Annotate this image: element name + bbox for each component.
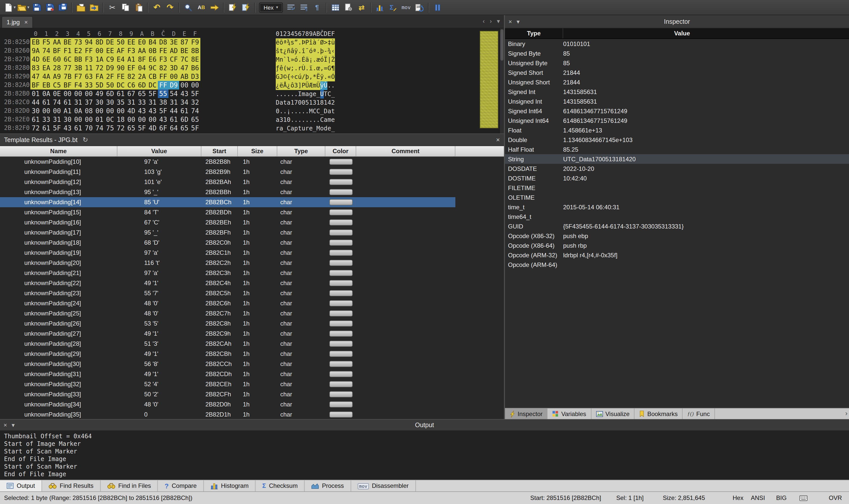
hex-ascii-char[interactable]: G — [276, 73, 279, 82]
hex-ascii-char[interactable]: U — [320, 90, 324, 98]
hex-byte[interactable]: AA — [52, 38, 62, 47]
bottom-tab-disassembler[interactable]: movDisassembler — [351, 480, 416, 491]
template-row[interactable]: unknownPadding[17]95 '_'2B82BFh1hchar — [0, 228, 455, 238]
hex-ascii-char[interactable]: ë — [276, 38, 279, 47]
convert-base-button[interactable]: 10 — [413, 1, 425, 13]
hex-byte[interactable]: 8F — [137, 55, 147, 64]
color-swatch[interactable] — [329, 412, 352, 417]
hex-ascii-char[interactable]: ‚ — [320, 64, 324, 73]
hex-byte[interactable]: 30 — [30, 107, 41, 115]
hex-byte[interactable]: 0A — [73, 107, 84, 115]
template-row[interactable]: unknownPadding[11]103 'g'2B82B9h1hchar — [0, 167, 455, 177]
hex-byte[interactable]: 49 — [94, 89, 105, 98]
hex-byte[interactable]: 46 — [179, 132, 190, 133]
hex-ascii-char[interactable]: . — [298, 133, 302, 133]
hex-ascii-char[interactable]: ñ — [287, 47, 291, 56]
color-swatch[interactable] — [329, 391, 352, 397]
inspector-col-value[interactable]: Value — [563, 28, 801, 38]
hex-ascii-char[interactable]: t — [298, 124, 302, 133]
hex-ascii-char[interactable]: C — [316, 107, 320, 116]
hex-byte[interactable]: 0C — [105, 115, 115, 124]
hex-ascii-char[interactable]: M — [309, 107, 313, 116]
hex-ascii-char[interactable]: . — [309, 133, 313, 133]
hex-byte[interactable]: EB — [30, 38, 41, 47]
undo-button[interactable]: ↶ — [151, 1, 163, 13]
hex-ascii-char[interactable]: o — [320, 124, 324, 133]
hex-byte[interactable]: 72 — [94, 64, 105, 72]
new-file-button[interactable]: ▾ — [3, 1, 16, 13]
template-row[interactable]: unknownPadding[28]51 '3'2B82CAh1hchar — [0, 339, 455, 349]
hex-byte[interactable]: 00 — [84, 115, 94, 124]
hex-ascii-char[interactable]: C — [327, 90, 331, 98]
hex-byte[interactable]: E4 — [115, 55, 126, 64]
hex-byte[interactable]: 77 — [62, 64, 73, 72]
histogram-tool-button[interactable] — [374, 1, 386, 13]
hex-ascii-char[interactable]: a — [291, 124, 294, 133]
hex-byte[interactable]: 90 — [115, 64, 126, 72]
hex-ascii-char[interactable]: _ — [331, 90, 335, 98]
hex-ascii-char[interactable]: _ — [320, 107, 324, 116]
hex-ascii-char[interactable]: 0 — [301, 98, 305, 107]
template-row[interactable]: unknownPadding[26]53 '5'2B82C8h1hchar — [0, 319, 455, 329]
inspector-row[interactable]: Signed Short21844 — [505, 68, 849, 77]
hex-ascii-char[interactable]: ¡ — [309, 56, 313, 64]
template-row[interactable]: unknownPadding[21]97 'a'2B82C3h1hchar — [0, 268, 455, 278]
inspector-tab-inspector[interactable]: Inspector — [505, 409, 548, 419]
hex-ascii-char[interactable]: 0 — [298, 98, 302, 107]
template-row[interactable]: unknownPadding[33]50 '2'2B82CFh1hchar — [0, 389, 455, 399]
hex-ascii-char[interactable]: œ — [316, 64, 320, 73]
hex-ascii-char[interactable]: ¡ — [287, 107, 291, 116]
hex-ascii-char[interactable]: M — [276, 56, 279, 64]
hex-ascii-char[interactable]: . — [313, 64, 316, 73]
hex-byte[interactable]: AD — [169, 47, 179, 55]
word-wrap-button[interactable] — [284, 1, 297, 13]
hex-ascii-char[interactable]: Ü — [305, 82, 309, 90]
hex-byte[interactable]: 6F — [158, 124, 169, 132]
hex-ascii-char[interactable]: 1 — [316, 98, 320, 107]
hex-ascii-char[interactable]: ¾ — [287, 38, 291, 47]
color-swatch[interactable] — [329, 250, 352, 256]
hex-byte[interactable]: 00 — [94, 132, 105, 133]
template-row[interactable]: unknownPadding[13]95 '_'2B82BBh1hchar — [0, 187, 455, 197]
inspector-row[interactable]: Opcode (ARM-64) — [505, 260, 849, 269]
hex-ascii-char[interactable]: õ — [279, 38, 283, 47]
hex-byte[interactable]: 75 — [105, 124, 115, 132]
color-swatch[interactable] — [329, 401, 352, 408]
hex-byte[interactable]: 5F — [147, 89, 158, 98]
inspector-row[interactable]: Signed Int646148613467715761249 — [505, 106, 849, 116]
replace-button[interactable]: AB — [195, 1, 207, 13]
hex-ascii-char[interactable]: ‚ — [309, 73, 313, 82]
column-header-color[interactable]: Color — [325, 146, 356, 156]
hex-ascii-char[interactable]: _ — [316, 90, 320, 98]
color-swatch[interactable] — [329, 351, 352, 357]
hex-ascii-char[interactable]: e — [327, 124, 331, 133]
refresh-template-icon[interactable]: ↻ — [83, 136, 88, 144]
hex-byte[interactable]: 8E — [190, 55, 201, 64]
hex-ascii-char[interactable]: D — [276, 98, 279, 107]
hex-ascii-char[interactable]: M — [316, 124, 320, 133]
find-button[interactable] — [182, 1, 194, 13]
hex-byte[interactable]: 38 — [158, 98, 169, 107]
hex-byte[interactable]: FF — [158, 81, 169, 89]
hex-byte[interactable]: 00 — [179, 81, 190, 89]
hex-ascii-char[interactable]: ú — [298, 73, 302, 82]
bottom-tab-compare[interactable]: ?Compare — [158, 480, 204, 491]
hex-byte[interactable]: F1 — [62, 47, 73, 55]
hex-byte[interactable]: 61 — [41, 124, 52, 132]
hex-byte[interactable]: FE — [158, 47, 169, 55]
hex-byte[interactable]: 14 — [137, 132, 147, 133]
hex-ascii-char[interactable]: ” — [294, 38, 298, 47]
hex-ascii-char[interactable]: . — [294, 107, 298, 116]
hex-ascii-char[interactable]: G — [327, 64, 331, 73]
hex-byte[interactable]: 00 — [105, 107, 115, 115]
hex-byte[interactable]: EA — [41, 64, 52, 72]
hex-ascii-char[interactable]: Ž — [331, 56, 335, 64]
hex-ascii-char[interactable]: Ù — [324, 82, 328, 90]
template-row[interactable]: unknownPadding[16]67 'C'2B82BEh1hchar — [0, 217, 455, 228]
hex-byte[interactable]: AA — [137, 47, 147, 55]
inspector-tab-bookmarks[interactable]: Bookmarks — [635, 409, 683, 419]
hex-ascii-char[interactable]: ; — [291, 64, 294, 73]
hex-byte[interactable]: 43 — [179, 89, 190, 98]
hex-ascii-char[interactable]: s — [291, 38, 294, 47]
hex-byte[interactable]: E0 — [137, 38, 147, 47]
